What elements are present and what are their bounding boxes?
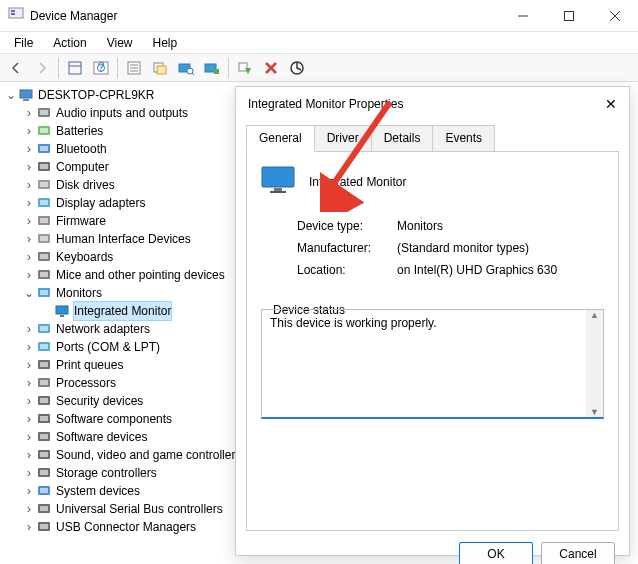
chevron-right-icon[interactable]: › xyxy=(22,176,36,194)
value-device-type: Monitors xyxy=(397,219,443,233)
category-icon xyxy=(36,213,52,229)
tab-details[interactable]: Details xyxy=(371,125,434,152)
chevron-right-icon[interactable]: › xyxy=(22,230,36,248)
tree-item-label: Print queues xyxy=(56,356,123,374)
chevron-down-icon[interactable]: ⌄ xyxy=(4,86,18,104)
svg-rect-44 xyxy=(40,236,48,241)
chevron-right-icon[interactable]: › xyxy=(22,320,36,338)
svg-line-20 xyxy=(192,73,194,75)
chevron-right-icon[interactable]: › xyxy=(22,248,36,266)
chevron-right-icon[interactable]: › xyxy=(22,428,36,446)
menu-view[interactable]: View xyxy=(99,34,141,52)
tab-driver[interactable]: Driver xyxy=(314,125,372,152)
chevron-right-icon[interactable]: › xyxy=(22,212,36,230)
svg-rect-27 xyxy=(20,90,32,98)
svg-rect-48 xyxy=(40,272,48,277)
svg-rect-54 xyxy=(40,326,48,331)
category-icon xyxy=(36,483,52,499)
cancel-button[interactable]: Cancel xyxy=(541,542,615,564)
svg-rect-64 xyxy=(40,416,48,421)
svg-rect-66 xyxy=(40,434,48,439)
tree-item-label: Network adapters xyxy=(56,320,150,338)
chevron-right-icon[interactable]: › xyxy=(22,518,36,536)
device-status-box[interactable]: This device is working properly. ▲▼ xyxy=(261,309,604,419)
category-icon xyxy=(36,339,52,355)
tree-item-label: Keyboards xyxy=(56,248,113,266)
svg-rect-36 xyxy=(40,164,48,169)
help-button[interactable]: ? xyxy=(89,56,113,80)
svg-rect-50 xyxy=(40,290,48,295)
add-driver-button[interactable] xyxy=(200,56,224,80)
tree-item-label: System devices xyxy=(56,482,140,500)
uninstall-device-button[interactable] xyxy=(259,56,283,80)
tab-general[interactable]: General xyxy=(246,125,315,152)
svg-rect-38 xyxy=(40,182,48,187)
chevron-right-icon[interactable]: › xyxy=(22,446,36,464)
svg-rect-22 xyxy=(214,69,219,74)
svg-rect-51 xyxy=(56,306,68,314)
svg-rect-77 xyxy=(262,167,294,187)
forward-button[interactable] xyxy=(30,56,54,80)
show-hide-button[interactable] xyxy=(63,56,87,80)
scan-hardware-button[interactable] xyxy=(174,56,198,80)
value-manufacturer: (Standard monitor types) xyxy=(397,241,529,255)
chevron-right-icon[interactable]: › xyxy=(22,338,36,356)
chevron-right-icon[interactable]: › xyxy=(22,392,36,410)
tree-item-label: Storage controllers xyxy=(56,464,157,482)
enable-device-button[interactable] xyxy=(233,56,257,80)
svg-rect-2 xyxy=(11,13,15,15)
svg-rect-62 xyxy=(40,398,48,403)
close-button[interactable] xyxy=(592,0,638,32)
svg-rect-23 xyxy=(239,63,247,71)
chevron-right-icon[interactable]: › xyxy=(22,158,36,176)
chevron-right-icon[interactable]: › xyxy=(22,266,36,284)
chevron-right-icon[interactable]: › xyxy=(22,122,36,140)
tab-events[interactable]: Events xyxy=(432,125,495,152)
svg-rect-1 xyxy=(11,10,15,12)
tree-item-label: Sound, video and game controllers xyxy=(56,446,241,464)
chevron-right-icon[interactable]: › xyxy=(22,194,36,212)
chevron-right-icon[interactable]: › xyxy=(22,410,36,428)
svg-rect-72 xyxy=(40,488,48,493)
properties-button[interactable] xyxy=(122,56,146,80)
chevron-right-icon[interactable]: › xyxy=(22,356,36,374)
chevron-down-icon[interactable]: ⌄ xyxy=(22,284,36,302)
tree-item-label: Computer xyxy=(56,158,109,176)
svg-text:?: ? xyxy=(98,60,105,74)
app-icon xyxy=(8,6,24,25)
chevron-right-icon[interactable]: › xyxy=(22,374,36,392)
chevron-right-icon[interactable]: › xyxy=(22,482,36,500)
tree-item-label: Disk drives xyxy=(56,176,115,194)
svg-rect-30 xyxy=(40,110,48,115)
disable-device-button[interactable] xyxy=(285,56,309,80)
svg-rect-74 xyxy=(40,506,48,511)
tab-panel-general: Integrated Monitor Device type:Monitors … xyxy=(246,151,619,531)
chevron-right-icon[interactable]: › xyxy=(22,464,36,482)
chevron-right-icon[interactable]: › xyxy=(22,104,36,122)
category-icon xyxy=(36,375,52,391)
label-location: Location: xyxy=(297,263,397,277)
back-button[interactable] xyxy=(4,56,28,80)
toolbar: ? xyxy=(0,54,638,82)
scrollbar[interactable]: ▲▼ xyxy=(586,310,603,417)
category-icon xyxy=(36,249,52,265)
category-icon xyxy=(36,141,52,157)
ok-button[interactable]: OK xyxy=(459,542,533,564)
tree-item-label: Software devices xyxy=(56,428,147,446)
tree-item-label: Mice and other pointing devices xyxy=(56,266,225,284)
category-icon xyxy=(36,195,52,211)
minimize-button[interactable] xyxy=(500,0,546,32)
chevron-right-icon[interactable]: › xyxy=(22,140,36,158)
tree-item-label: Monitors xyxy=(56,284,102,302)
device-name: Integrated Monitor xyxy=(309,175,406,189)
chevron-right-icon[interactable]: › xyxy=(22,500,36,518)
maximize-button[interactable] xyxy=(546,0,592,32)
menu-action[interactable]: Action xyxy=(45,34,94,52)
menu-help[interactable]: Help xyxy=(145,34,186,52)
dialog-close-button[interactable]: ✕ xyxy=(587,96,617,112)
update-driver-button[interactable] xyxy=(148,56,172,80)
menu-file[interactable]: File xyxy=(6,34,41,52)
value-location: on Intel(R) UHD Graphics 630 xyxy=(397,263,557,277)
svg-rect-70 xyxy=(40,470,48,475)
category-icon xyxy=(36,357,52,373)
